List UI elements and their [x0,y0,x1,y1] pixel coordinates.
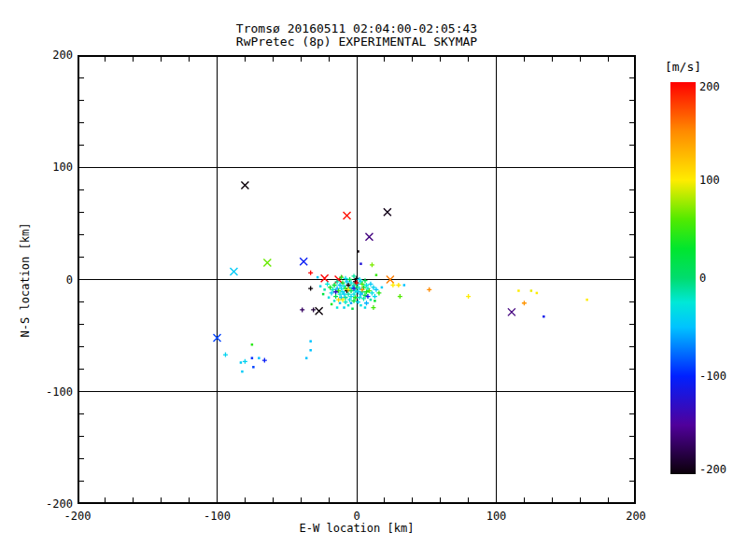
data-point [308,271,313,275]
y-tick-label: 0 [30,273,73,287]
data-point [323,288,326,291]
data-point [308,287,313,291]
colorbar-tick-label: 100 [699,174,742,187]
data-point [403,284,406,287]
data-point [328,296,331,299]
data-point [375,273,378,276]
data-point [585,299,588,301]
data-point [300,258,307,265]
chart-title: Tromsø 20160511 02:04:00-02:05:43 [78,21,636,35]
data-point [359,262,362,265]
data-point [396,283,401,287]
x-tick-label: 100 [469,510,525,523]
data-point [508,308,515,315]
data-point [427,287,431,292]
data-point [351,308,354,311]
data-point [368,282,373,287]
data-point [384,208,391,216]
y-tick-label: 100 [30,161,73,174]
data-point [517,289,520,292]
data-point [223,353,228,357]
data-point [390,283,395,287]
data-point [365,233,373,241]
data-point [321,274,329,282]
x-tick-label: -100 [190,510,246,523]
data-point [522,301,527,305]
data-point [374,287,378,292]
x-axis-label: E-W location [km] [78,522,636,535]
data-point [364,301,369,305]
data-point [350,302,353,305]
data-point [530,289,533,292]
data-point [332,283,337,287]
data-point [370,290,374,295]
data-point [376,290,381,295]
x-tick-label: 0 [329,510,385,523]
data-point [357,250,359,253]
data-point [240,361,243,364]
plot-svg [78,55,636,504]
data-point [319,285,322,287]
data-point [243,359,247,364]
data-point [316,307,323,315]
data-point [371,305,375,310]
x-tick-label: -200 [49,510,106,523]
plot-area [78,55,636,504]
colorbar-tick-label: -200 [699,463,742,476]
data-point [347,304,350,307]
data-point [339,302,342,305]
colorbar-tick-label: -100 [699,370,742,383]
data-point [373,294,377,299]
data-point [362,278,367,283]
data-point [263,259,271,266]
data-point [300,307,304,312]
data-point [322,293,325,296]
data-point [252,366,255,369]
y-tick-label: -200 [30,497,73,511]
data-point [336,306,339,309]
colorbar-tick-label: 0 [699,272,742,285]
data-point [352,273,357,278]
data-point [370,262,374,267]
data-point [230,268,237,275]
data-point [305,357,308,359]
data-point [331,303,333,306]
skymap-figure: Tromsø 20160511 02:04:00-02:05:43 RwPret… [0,0,747,560]
y-tick-label: 200 [30,49,73,62]
data-point [344,300,348,304]
data-point [370,299,373,301]
data-point [371,285,375,289]
chart-subtitle: RwPretec (8p) EXPERIMENTAL SKYMAP [78,35,636,49]
data-point [543,315,545,318]
data-point [317,276,319,279]
data-point [364,306,367,309]
data-point [258,357,261,359]
data-point [328,285,332,289]
data-point [333,294,338,299]
colorbar-gradient [670,82,696,474]
colorbar-unit-label: [m/s] [655,60,712,74]
data-point [251,343,254,346]
data-point [466,294,471,299]
data-point [241,371,244,373]
data-point [343,306,345,309]
data-point [262,358,267,363]
data-point [381,287,384,289]
y-tick-label: -100 [30,385,73,399]
data-point [309,349,312,352]
colorbar-tick-label: 200 [699,80,742,93]
data-point [333,300,336,302]
data-point [251,357,254,359]
x-tick-label: 200 [608,510,664,523]
data-point [398,294,402,299]
data-point [336,298,341,302]
data-point [311,307,316,312]
data-point [374,300,376,302]
data-point [344,212,351,219]
data-point [309,340,312,343]
data-point [241,181,248,189]
data-point [536,292,539,295]
data-point [325,282,330,287]
data-point [359,304,362,307]
